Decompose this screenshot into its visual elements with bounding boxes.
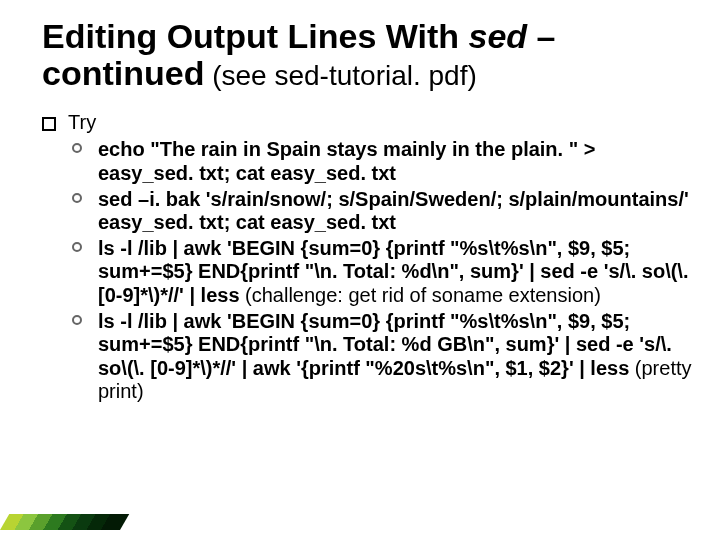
slide: Editing Output Lines With sed – continue… <box>0 0 720 540</box>
title-dash: – <box>527 17 555 55</box>
title-sed: sed <box>469 17 528 55</box>
slide-content: Try echo "The rain in Spain stays mainly… <box>42 111 692 404</box>
bullet-try: Try <box>42 111 692 135</box>
command-text: echo "The rain in Spain stays mainly in … <box>98 138 595 184</box>
list-item: ls -l /lib | awk 'BEGIN {sum=0} {printf … <box>68 310 692 404</box>
list-item: echo "The rain in Spain stays mainly in … <box>68 138 692 185</box>
square-bullet-icon <box>42 117 56 131</box>
circle-bullet-icon <box>72 315 82 325</box>
title-part2: continued <box>42 54 204 92</box>
title-part1: Editing Output Lines With <box>42 17 469 55</box>
slide-title: Editing Output Lines With sed – continue… <box>42 18 692 93</box>
command-text: ls -l /lib | awk 'BEGIN {sum=0} {printf … <box>98 310 672 379</box>
accent-stripe <box>0 514 129 530</box>
title-sub: (see sed-tutorial. pdf) <box>204 60 476 91</box>
list-item: sed –i. bak 's/rain/snow/; s/Spain/Swede… <box>68 188 692 235</box>
circle-bullet-icon <box>72 193 82 203</box>
circle-bullet-icon <box>72 242 82 252</box>
list-item: ls -l /lib | awk 'BEGIN {sum=0} {printf … <box>68 237 692 308</box>
try-label: Try <box>68 111 96 133</box>
command-note: (challenge: get rid of soname extension) <box>240 284 601 306</box>
circle-bullet-icon <box>72 143 82 153</box>
command-text: sed –i. bak 's/rain/snow/; s/Spain/Swede… <box>98 188 689 234</box>
